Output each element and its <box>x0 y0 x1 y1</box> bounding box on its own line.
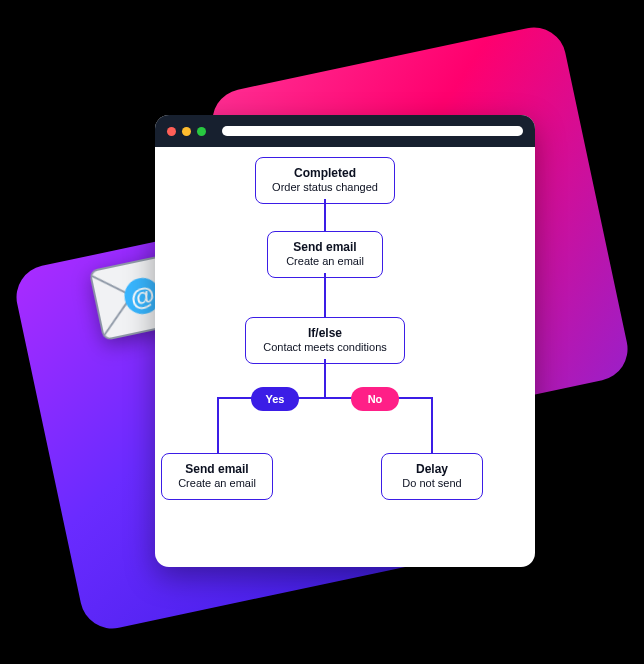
branch-no-pill: No <box>351 387 399 411</box>
node-if-else-title: If/else <box>260 326 390 341</box>
browser-window: Completed Order status changed Send emai… <box>155 115 535 567</box>
node-send-email-2: Send email Create an email <box>161 453 273 500</box>
connector <box>217 397 219 453</box>
node-completed: Completed Order status changed <box>255 157 395 204</box>
titlebar <box>155 115 535 147</box>
node-completed-sub: Order status changed <box>270 181 380 195</box>
node-send-email-1: Send email Create an email <box>267 231 383 278</box>
branch-yes-label: Yes <box>266 393 285 405</box>
node-if-else-sub: Contact meets conditions <box>260 341 390 355</box>
connector <box>324 199 326 231</box>
connector <box>324 359 326 399</box>
node-send-email-1-title: Send email <box>282 240 368 255</box>
node-send-email-1-sub: Create an email <box>282 255 368 269</box>
node-send-email-2-title: Send email <box>176 462 258 477</box>
node-completed-title: Completed <box>270 166 380 181</box>
node-delay-sub: Do not send <box>396 477 468 491</box>
node-send-email-2-sub: Create an email <box>176 477 258 491</box>
window-minimize-icon[interactable] <box>182 127 191 136</box>
connector <box>431 397 433 453</box>
address-bar[interactable] <box>222 126 523 136</box>
connector <box>217 397 433 399</box>
window-close-icon[interactable] <box>167 127 176 136</box>
branch-no-label: No <box>368 393 383 405</box>
node-if-else: If/else Contact meets conditions <box>245 317 405 364</box>
window-zoom-icon[interactable] <box>197 127 206 136</box>
branch-yes-pill: Yes <box>251 387 299 411</box>
node-delay: Delay Do not send <box>381 453 483 500</box>
flow-canvas: Completed Order status changed Send emai… <box>155 147 535 567</box>
node-delay-title: Delay <box>396 462 468 477</box>
connector <box>324 273 326 317</box>
